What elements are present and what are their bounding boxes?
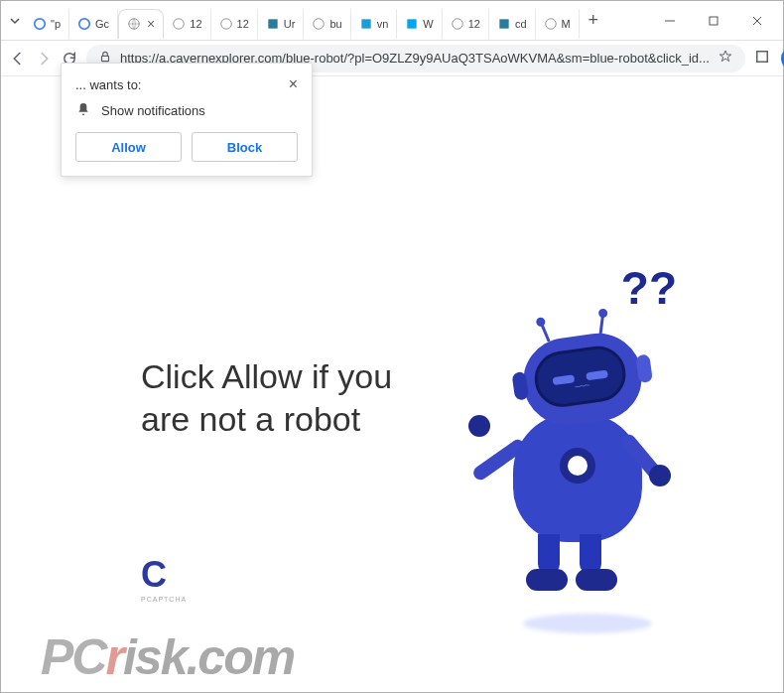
watermark: PCrisk.com <box>41 628 294 686</box>
robot-body <box>513 413 642 542</box>
tab-active[interactable]: × <box>118 9 164 39</box>
tab-label: Gc <box>95 18 109 30</box>
robot-ear-right <box>635 353 653 383</box>
tab-close-icon[interactable]: × <box>147 16 155 32</box>
robot-hand-right <box>649 465 671 486</box>
question-marks: ?? <box>621 261 677 315</box>
extensions-icon[interactable] <box>753 48 771 69</box>
prompt-title: ... wants to: <box>75 77 141 92</box>
globe-icon <box>312 17 326 31</box>
robot-antenna-left <box>541 325 551 343</box>
robot-eye-right <box>586 369 608 380</box>
robot-visor: ~~~ <box>531 343 629 410</box>
tab-label: M <box>562 18 571 30</box>
block-button[interactable]: Block <box>192 132 298 162</box>
watermark-r: r <box>105 629 122 685</box>
prompt-header: ... wants to: × <box>75 75 298 93</box>
tab[interactable]: 12 <box>443 9 489 39</box>
robot-head: ~~~ <box>517 328 647 431</box>
tab[interactable]: M <box>536 9 580 39</box>
tab[interactable]: bu <box>304 9 350 39</box>
svg-point-9 <box>452 18 462 29</box>
prompt-close-icon[interactable]: × <box>289 75 298 93</box>
window-controls <box>648 5 779 37</box>
tab-label: W <box>423 18 433 30</box>
tab[interactable]: 12 <box>164 9 210 39</box>
svg-point-6 <box>314 18 325 29</box>
globe-icon <box>127 17 141 31</box>
robot-chest-light <box>560 448 595 484</box>
globe-icon <box>451 17 464 31</box>
bookmark-star-icon[interactable] <box>718 49 733 68</box>
tab[interactable]: vn <box>351 9 398 39</box>
tab-label: Ur <box>284 18 296 30</box>
svg-rect-10 <box>499 19 508 28</box>
google-g-icon <box>77 17 91 31</box>
svg-rect-7 <box>361 19 370 28</box>
robot-ear-left <box>511 371 529 401</box>
svg-point-3 <box>174 18 185 29</box>
forward-button[interactable] <box>35 45 53 72</box>
site-icon <box>266 17 280 31</box>
robot-foot-right <box>576 569 617 591</box>
back-button[interactable] <box>9 45 27 72</box>
watermark-rest: isk.com <box>123 629 294 685</box>
tab[interactable]: 12 <box>211 9 258 39</box>
svg-rect-13 <box>102 56 109 61</box>
svg-point-0 <box>35 18 46 29</box>
tab-label: 12 <box>237 18 249 30</box>
titlebar: "p Gc × 12 12 Ur bu vn W 12 cd M + <box>1 1 783 41</box>
svg-point-4 <box>220 18 231 29</box>
robot-eye-left <box>552 374 575 385</box>
logo-subtext: PCAPTCHA <box>141 596 187 603</box>
robot-leg-right <box>580 534 601 574</box>
site-icon <box>359 17 373 31</box>
globe-icon <box>219 17 233 31</box>
tab-label: vn <box>377 18 389 30</box>
robot-antenna-right <box>599 317 604 335</box>
prompt-permission-text: Show notifications <box>101 103 205 118</box>
minimize-button[interactable] <box>648 5 692 37</box>
svg-rect-5 <box>268 19 277 28</box>
tab[interactable]: "p <box>25 9 69 39</box>
tab-label: "p <box>51 18 61 30</box>
hero-heading: Click Allow if you are not a robot <box>141 355 419 440</box>
prompt-body: Show notifications <box>75 101 298 120</box>
bell-icon <box>75 101 91 120</box>
allow-button[interactable]: Allow <box>75 132 182 162</box>
svg-point-11 <box>545 18 556 29</box>
robot-hand-left <box>468 415 490 437</box>
tab[interactable]: W <box>397 9 442 39</box>
new-tab-button[interactable]: + <box>580 7 607 35</box>
toolbar-right <box>753 45 784 72</box>
tab-label: 12 <box>190 18 201 30</box>
watermark-pc: PC <box>41 629 105 685</box>
site-icon <box>497 17 511 31</box>
close-button[interactable] <box>735 5 779 37</box>
tab-label: 12 <box>468 18 480 30</box>
tab[interactable]: cd <box>489 9 536 39</box>
tab[interactable]: Gc <box>69 9 118 39</box>
prompt-buttons: Allow Block <box>75 132 298 162</box>
tab[interactable]: Ur <box>258 9 305 39</box>
tab-label: bu <box>329 18 341 30</box>
notification-prompt: ... wants to: × Show notifications Allow… <box>61 63 313 177</box>
svg-point-1 <box>79 18 90 29</box>
maximize-button[interactable] <box>692 5 735 37</box>
svg-rect-14 <box>757 51 768 62</box>
google-g-icon <box>33 17 47 31</box>
captcha-logo: C PCAPTCHA <box>141 554 187 603</box>
robot-illustration: ?? ~~~ <box>439 276 697 624</box>
globe-icon <box>544 17 558 31</box>
robot-leg-left <box>538 534 560 574</box>
svg-rect-12 <box>710 17 718 25</box>
tab-dropdown[interactable] <box>5 1 25 41</box>
logo-mark: C <box>141 554 187 596</box>
svg-rect-8 <box>408 19 417 28</box>
robot-shadow <box>523 614 652 633</box>
tab-label: cd <box>515 18 527 30</box>
globe-icon <box>172 17 186 31</box>
robot-mouth: ~~~ <box>574 379 589 392</box>
windows-icon <box>405 17 419 31</box>
browser-window: "p Gc × 12 12 Ur bu vn W 12 cd M + https… <box>0 0 784 693</box>
